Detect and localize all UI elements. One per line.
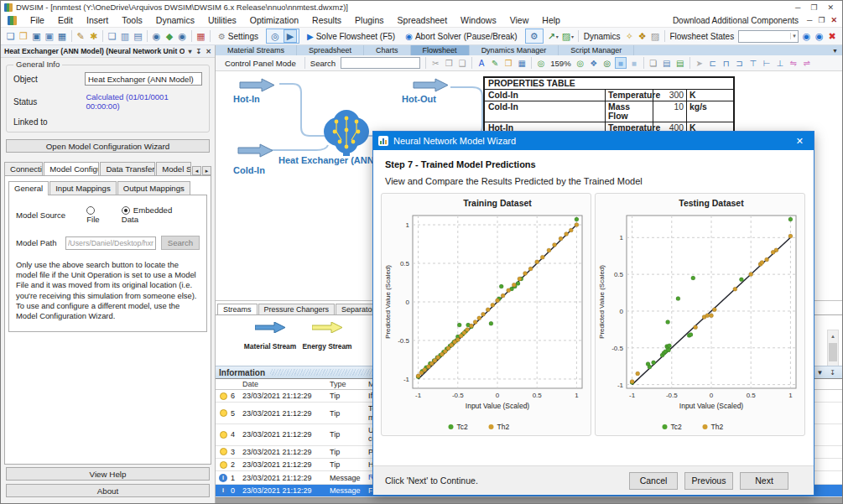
new-file-icon[interactable]: ❏: [5, 29, 16, 43]
label-hot-in[interactable]: Hot-In: [233, 94, 260, 104]
mdi-minimize-icon[interactable]: ─: [807, 16, 812, 24]
about-icon[interactable]: ◉: [177, 29, 188, 43]
view-help-button[interactable]: View Help: [6, 467, 210, 481]
state-restore-icon[interactable]: ◉: [814, 29, 825, 43]
cut-icon[interactable]: ✂: [429, 57, 441, 69]
properties-table[interactable]: PROPERTIES TABLE Cold-InTemperature300KC…: [483, 76, 735, 135]
tab-model-configuration[interactable]: Model Configuration: [44, 162, 99, 175]
subtab-output-mappings[interactable]: Output Mappings: [117, 181, 190, 195]
align-center-icon[interactable]: ⊓: [721, 57, 732, 69]
label-cold-in[interactable]: Cold-In: [233, 165, 265, 175]
cancel-button[interactable]: Cancel: [629, 472, 678, 490]
align-right-icon[interactable]: ⊐: [734, 57, 746, 69]
mdi-close-icon[interactable]: ✕: [830, 16, 837, 24]
save-all-icon[interactable]: ▦: [56, 29, 67, 43]
label-hot-out[interactable]: Hot-Out: [402, 94, 436, 104]
panel-menu-icon[interactable]: ▾: [189, 48, 192, 55]
align-middle-icon[interactable]: ⊢: [761, 57, 773, 69]
save-as-icon[interactable]: ▣: [44, 29, 55, 43]
control-panel-mode-button[interactable]: Control Panel Mode: [221, 58, 300, 69]
minimize-icon[interactable]: ─: [795, 3, 800, 12]
object-name-input[interactable]: [85, 72, 202, 86]
download-additional-components[interactable]: Download Additional Components: [673, 16, 799, 25]
solve-flowsheet-button[interactable]: ▶Solve Flowsheet (F5): [304, 31, 398, 42]
dynamics-chart-icon[interactable]: ▨: [649, 29, 660, 43]
menu-help[interactable]: Help: [535, 14, 567, 26]
menu-tools[interactable]: Tools: [115, 14, 149, 26]
tabs-dropdown-icon[interactable]: ▼: [828, 45, 842, 55]
model-path-input[interactable]: [65, 236, 156, 250]
tab-data-transfer-script[interactable]: Data Transfer Script: [100, 162, 155, 175]
palette-item-material-stream[interactable]: Material Stream: [241, 322, 299, 351]
model-source-embedded-radio[interactable]: Embedded Data: [122, 205, 200, 224]
align-left-icon[interactable]: ⊏: [707, 57, 719, 69]
solve-once-icon[interactable]: ▶: [284, 29, 297, 43]
tab-flowsheet[interactable]: Flowsheet: [411, 45, 470, 55]
font-icon[interactable]: A: [476, 57, 487, 69]
panel-position-icon[interactable]: ▼: [816, 369, 823, 377]
menu-optimization[interactable]: Optimization: [243, 14, 305, 26]
open-model-wizard-button[interactable]: Open Model Configuration Wizard: [6, 139, 210, 153]
menu-insert[interactable]: Insert: [80, 14, 115, 26]
flowsheet-states-select[interactable]: ▾: [738, 30, 799, 43]
tab-charts[interactable]: Charts: [364, 45, 411, 55]
paste-icon[interactable]: ❑: [456, 57, 468, 69]
solver-settings-icon[interactable]: ⚙: [528, 29, 541, 43]
menu-windows[interactable]: Windows: [454, 14, 503, 26]
stream-hot-out[interactable]: [414, 79, 448, 91]
print-preview-icon[interactable]: ▤: [674, 57, 686, 69]
neural-network-brain-icon[interactable]: [324, 110, 369, 156]
flowsheet-search-input[interactable]: [341, 57, 420, 69]
tab-script-manager[interactable]: Script Manager: [559, 45, 634, 55]
zoom-out-icon[interactable]: ◎: [535, 57, 547, 69]
align-top-icon[interactable]: ⊤: [747, 57, 759, 69]
zoom-fit-icon[interactable]: ❖: [588, 57, 600, 69]
maximize-icon[interactable]: ❐: [810, 3, 817, 12]
zoom-selected-icon[interactable]: ◎: [601, 57, 613, 69]
tab-model-sun[interactable]: Model Sun: [156, 162, 191, 175]
update-icon[interactable]: ◆: [164, 29, 174, 43]
toggle-grid-icon[interactable]: ■: [615, 57, 627, 69]
copy-icon[interactable]: ❐: [443, 57, 455, 69]
next-button[interactable]: Next: [740, 472, 788, 490]
scroll-thumb[interactable]: [829, 343, 837, 361]
open-file-icon[interactable]: ❒: [18, 29, 29, 43]
toggle-snap-icon[interactable]: ■: [628, 57, 640, 69]
multi-select-icon[interactable]: ➤: [694, 57, 705, 69]
edit-appearance-icon[interactable]: ✎: [489, 57, 501, 69]
dynamics-wand-icon[interactable]: ✧: [624, 29, 635, 43]
state-add-icon[interactable]: ◉: [801, 29, 812, 43]
add-table-icon[interactable]: ▦: [516, 57, 528, 69]
menu-file[interactable]: File: [23, 14, 51, 26]
panel-pin-icon[interactable]: ↧: [830, 369, 835, 377]
abort-solver-button[interactable]: ◉Abort Solver (Pause/Break): [403, 31, 519, 42]
settings-button[interactable]: ⚙Settings: [216, 31, 261, 42]
dialog-close-icon[interactable]: ✕: [791, 136, 809, 147]
search-button[interactable]: Search: [161, 236, 200, 250]
menu-utilities[interactable]: Utilities: [201, 14, 243, 26]
save-icon[interactable]: ▣: [31, 29, 42, 43]
align-bottom-icon[interactable]: ⊥: [774, 57, 786, 69]
menu-plugins[interactable]: Plugins: [348, 14, 390, 26]
flip-horizontal-icon[interactable]: ⇋: [788, 57, 799, 69]
menu-results[interactable]: Results: [305, 14, 348, 26]
menu-spreadsheet[interactable]: Spreadsheet: [391, 14, 455, 26]
menu-dynamics[interactable]: Dynamics: [149, 14, 201, 26]
tab-connections[interactable]: Connections: [4, 162, 43, 175]
subtab-general[interactable]: General: [8, 181, 49, 195]
stream-cold-in[interactable]: [238, 144, 273, 157]
tab-dynamics-manager[interactable]: Dynamics Manager: [470, 45, 559, 55]
cascade-windows-icon[interactable]: ❏: [107, 29, 117, 43]
pin-icon[interactable]: ↧: [196, 48, 202, 55]
sensitivity-icon[interactable]: ▨▾: [561, 29, 575, 43]
palette-tab-pressure-changers[interactable]: Pressure Changers: [258, 304, 336, 314]
tab-spreadsheet[interactable]: Spreadsheet: [297, 45, 364, 55]
add-note-icon[interactable]: ❒: [502, 57, 514, 69]
help-icon[interactable]: ◉: [151, 29, 162, 43]
mdi-restore-icon[interactable]: ❐: [818, 16, 825, 24]
radio-file-icon[interactable]: [86, 206, 95, 215]
radio-embedded-icon[interactable]: [122, 206, 130, 215]
tab-scroll-left-icon[interactable]: ◂: [192, 166, 201, 175]
compounds-icon[interactable]: ✱: [88, 29, 99, 43]
scroll-up-icon[interactable]: ▲: [830, 330, 835, 341]
